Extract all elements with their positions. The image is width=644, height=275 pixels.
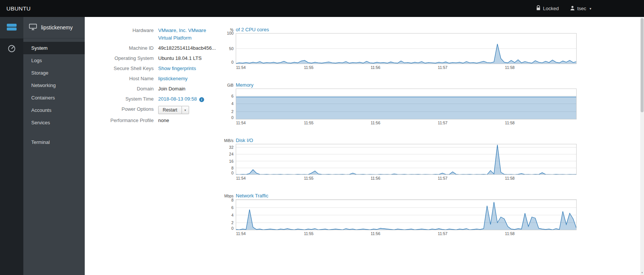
y-tick-label: 0 xyxy=(231,171,233,175)
row-value: Join Domain xyxy=(158,85,185,93)
chart-network-traffic: MbpsNetwork Traffic0246811:5411:5511:561… xyxy=(223,193,577,236)
y-tick-label: 6 xyxy=(231,205,233,210)
row-label: Operating System xyxy=(105,55,154,62)
user-icon xyxy=(570,6,575,12)
x-tick-label: 11:55 xyxy=(304,176,314,180)
sidebar-item-system[interactable]: System xyxy=(23,42,85,54)
row-value: lipstickenemy xyxy=(158,75,188,82)
x-tick-label: 11:56 xyxy=(371,121,380,125)
system-info: HardwareVMware, Inc. VMwareVirtual Platf… xyxy=(105,27,223,275)
x-tick-label: 11:57 xyxy=(438,231,448,236)
row-value: none xyxy=(158,117,169,124)
sidebar-item-networking[interactable]: Networking xyxy=(23,79,85,92)
locked-button[interactable]: Locked xyxy=(536,5,559,12)
chart-disk-io-title[interactable]: Disk I/O xyxy=(236,138,253,143)
info-icon[interactable]: i xyxy=(199,97,204,102)
sidebar-item-accounts[interactable]: Accounts xyxy=(23,104,85,116)
chart-memory: GiBMemory024611:5411:5511:5611:5711:58 xyxy=(223,82,577,125)
x-tick-label: 11:56 xyxy=(371,65,380,70)
y-tick-label: 24 xyxy=(229,152,233,156)
sidebar-item-containers[interactable]: Containers xyxy=(23,92,85,104)
x-tick-label: 11:54 xyxy=(236,176,246,180)
caret-down-icon: ▾ xyxy=(589,7,591,11)
row-domain: DomainJoin Domain xyxy=(105,85,223,93)
y-tick-label: 2 xyxy=(231,109,233,114)
sidebar-item-terminal[interactable]: Terminal xyxy=(23,136,85,148)
row-system-time: System Time2018-08-13 09:58i xyxy=(105,95,223,103)
row-value: Restart▾ xyxy=(158,105,189,114)
chart-disk-io-body: 08162432 xyxy=(223,144,577,175)
sidebar-item-services[interactable]: Services xyxy=(23,116,85,129)
chart-disk-io-plot xyxy=(236,144,577,175)
chart-memory-plot xyxy=(236,89,577,119)
chart-network-traffic-title[interactable]: Network Traffic xyxy=(236,193,268,199)
row-label: Hardware xyxy=(105,27,154,42)
chart-cpu-title[interactable]: of 2 CPU cores xyxy=(236,27,269,32)
sidebar-item-logs[interactable]: Logs xyxy=(23,54,85,67)
x-tick-label: 11:58 xyxy=(505,121,515,125)
x-tick-label: 11:55 xyxy=(304,121,314,125)
machine-id-value: 49c1822514114bacb456... xyxy=(158,45,216,51)
user-menu-button[interactable]: tsec ▾ xyxy=(570,6,591,12)
row-value: 49c1822514114bacb456... xyxy=(158,44,216,52)
x-tick-label: 11:56 xyxy=(371,176,380,180)
chart-memory-body: 0246 xyxy=(223,89,577,119)
power-options-toggle[interactable]: ▾ xyxy=(182,106,189,114)
host-name-link[interactable]: lipstickenemy xyxy=(158,76,188,81)
system-time-link[interactable]: 2018-08-13 09:58 xyxy=(158,96,197,102)
operating-system-value: Ubuntu 18.04.1 LTS xyxy=(158,55,201,61)
restart-button[interactable]: Restart xyxy=(158,106,182,114)
y-tick-label: 4 xyxy=(231,213,233,217)
chart-memory-title[interactable]: Memory xyxy=(236,82,253,88)
sidebar-item-storage[interactable]: Storage xyxy=(23,67,85,79)
x-tick-label: 11:54 xyxy=(236,65,246,70)
y-tick-label: 8 xyxy=(231,198,233,202)
domain-link[interactable]: Join Domain xyxy=(158,86,185,92)
main-content: HardwareVMware, Inc. VMwareVirtual Platf… xyxy=(85,17,640,275)
x-tick-label: 11:55 xyxy=(304,65,314,70)
chart-disk-io-header: MiB/sDisk I/O xyxy=(223,138,577,144)
y-tick-label: 8 xyxy=(231,166,233,170)
sidebar-menu: SystemLogsStorageNetworkingContainersAcc… xyxy=(23,42,85,148)
chart-network-traffic-body: 02468 xyxy=(223,199,577,230)
hardware-link-1[interactable]: VMware, Inc. VMware xyxy=(158,27,206,34)
machine-rail xyxy=(0,17,23,275)
chart-network-traffic-xaxis: 11:5411:5511:5611:5711:58 xyxy=(236,230,577,236)
server-icon xyxy=(6,23,17,32)
row-operating-system: Operating SystemUbuntu 18.04.1 LTS xyxy=(105,55,223,62)
scrollbar[interactable]: ▲ ▼ xyxy=(640,0,644,275)
charts: %of 2 CPU cores05010011:5411:5511:5611:5… xyxy=(223,27,577,275)
x-tick-label: 11:55 xyxy=(304,231,314,236)
secure-shell-keys-link[interactable]: Show fingerprints xyxy=(158,66,196,71)
chart-memory-header: GiBMemory xyxy=(223,82,577,89)
chart-network-traffic-plot xyxy=(236,199,577,230)
rail-server-button[interactable] xyxy=(0,17,23,38)
y-tick-label: 32 xyxy=(229,145,233,150)
row-label: Domain xyxy=(105,85,154,93)
chart-memory-yaxis: 0246 xyxy=(223,89,236,119)
row-host-name: Host Namelipstickenemy xyxy=(105,75,223,82)
dashboard-icon xyxy=(8,44,16,54)
row-label: Machine ID xyxy=(105,44,154,52)
hardware-link-2[interactable]: Virtual Platform xyxy=(158,34,206,42)
row-value: Show fingerprints xyxy=(158,65,196,72)
sidebar: lipstickenemy SystemLogsStorageNetworkin… xyxy=(23,17,85,275)
row-label: Host Name xyxy=(105,75,154,82)
chart-cpu-header: %of 2 CPU cores xyxy=(223,27,577,33)
scrollbar-thumb[interactable] xyxy=(641,18,644,112)
navbar-right: Locked tsec ▾ xyxy=(536,5,591,12)
chart-cpu-plot xyxy=(236,33,577,64)
y-tick-label: 0 xyxy=(231,226,233,231)
top-navbar: UBUNTU Locked tsec ▾ xyxy=(0,0,644,17)
scroll-down-arrow[interactable]: ▼ xyxy=(640,272,644,274)
chart-network-traffic-header: MbpsNetwork Traffic xyxy=(223,193,577,199)
x-tick-label: 11:56 xyxy=(371,231,380,236)
x-tick-label: 11:54 xyxy=(236,231,246,236)
row-value: 2018-08-13 09:58i xyxy=(158,95,204,103)
brand-title: UBUNTU xyxy=(6,5,31,12)
power-options-group: Restart▾ xyxy=(158,106,189,114)
row-machine-id: Machine ID49c1822514114bacb456... xyxy=(105,44,223,52)
x-tick-label: 11:57 xyxy=(438,65,448,70)
host-header[interactable]: lipstickenemy xyxy=(23,17,85,38)
rail-dashboard-button[interactable] xyxy=(0,38,23,60)
